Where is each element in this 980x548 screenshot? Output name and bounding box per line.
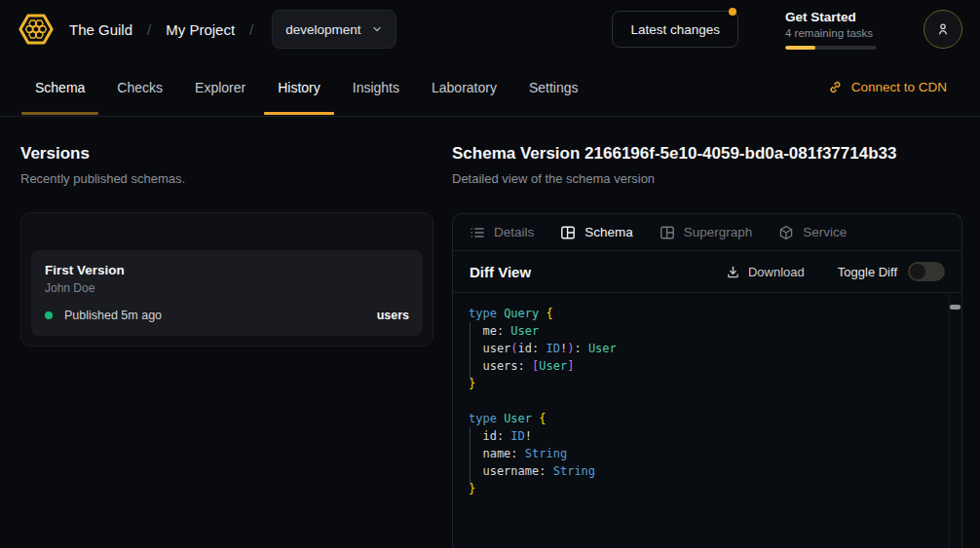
versions-subtitle: Recently published schemas. xyxy=(20,171,452,186)
nav-tab-history[interactable]: History xyxy=(264,58,334,116)
detail-panel-tabs: DetailsSchemaSupergraphService xyxy=(453,214,961,251)
breadcrumb-separator: / xyxy=(249,21,253,38)
schema-code-viewer[interactable]: type Query { me: User user(id: ID!): Use… xyxy=(453,293,961,548)
schema-version-detail: Schema Version 2166196f-5e10-4059-bd0a-0… xyxy=(452,117,980,548)
schema-detail-panel: DetailsSchemaSupergraphService Diff View… xyxy=(452,213,962,548)
project-name[interactable]: My Project xyxy=(166,21,235,38)
code-line: users: [User] xyxy=(469,357,946,375)
code-line xyxy=(469,392,946,410)
get-started-progress-bar xyxy=(785,46,877,50)
toggle-knob xyxy=(910,264,925,279)
environment-dropdown[interactable]: development xyxy=(272,10,396,49)
version-author: John Doe xyxy=(45,281,409,295)
nav-tab-label: Settings xyxy=(529,80,579,95)
code-line: } xyxy=(469,480,946,497)
environment-dropdown-value: development xyxy=(285,22,360,37)
tab-underline xyxy=(21,112,98,115)
connect-to-cdn-button[interactable]: Connect to CDN xyxy=(828,58,962,116)
latest-changes-label: Latest changes xyxy=(630,22,720,37)
toggle-diff-label: Toggle Diff xyxy=(838,265,897,279)
diff-view-header: Diff View Download Toggle Diff xyxy=(453,251,961,293)
nav-tab-label: Schema xyxy=(35,80,85,95)
detail-tab-label: Service xyxy=(803,225,847,239)
nav-tab-laboratory[interactable]: Laboratory xyxy=(418,58,510,116)
get-started-widget[interactable]: Get Started 4 remaining tasks xyxy=(785,10,877,50)
chevron-down-icon xyxy=(371,23,383,35)
download-label: Download xyxy=(748,265,805,279)
nav-tab-label: Checks xyxy=(117,80,163,95)
org-name[interactable]: The Guild xyxy=(69,21,132,38)
main-content: Versions Recently published schemas. Fir… xyxy=(0,117,980,548)
user-avatar[interactable] xyxy=(923,10,962,49)
get-started-subtitle: 4 remaining tasks xyxy=(785,27,877,39)
nav-tab-schema[interactable]: Schema xyxy=(21,58,98,116)
detail-tab-schema[interactable]: Schema xyxy=(560,225,633,240)
top-bar: The Guild / My Project / development Lat… xyxy=(0,0,980,58)
nav-tab-label: Insights xyxy=(353,80,399,95)
connect-to-cdn-label: Connect to CDN xyxy=(851,80,947,94)
nav-tabs: SchemaChecksExplorerHistoryInsightsLabor… xyxy=(21,58,592,116)
version-list: First VersionJohn DoePublished 5m agouse… xyxy=(31,250,423,336)
columns-icon xyxy=(660,225,675,240)
code-line: user(id: ID!): User xyxy=(469,340,946,357)
versions-title: Versions xyxy=(20,144,452,164)
service-name-badge: users xyxy=(377,309,409,322)
scrollbar-thumb[interactable] xyxy=(950,305,961,310)
latest-changes-button[interactable]: Latest changes xyxy=(612,11,738,48)
version-status: Published 5m ago xyxy=(64,309,162,322)
schema-version-title: Schema Version 2166196f-5e10-4059-bd0a-0… xyxy=(452,144,962,164)
nav-tab-checks[interactable]: Checks xyxy=(103,58,176,116)
list-icon xyxy=(470,225,485,240)
get-started-title: Get Started xyxy=(785,10,877,24)
indent-guide xyxy=(470,427,471,486)
detail-tab-label: Supergraph xyxy=(684,225,753,239)
scrollbar-track xyxy=(949,293,961,548)
code-line: type User { xyxy=(469,410,946,427)
code-line: id: ID! xyxy=(469,427,946,445)
breadcrumb-separator: / xyxy=(147,21,151,38)
version-list-item[interactable]: First VersionJohn DoePublished 5m agouse… xyxy=(31,250,423,336)
top-bar-right: Latest changes Get Started 4 remaining t… xyxy=(612,10,962,50)
download-button[interactable]: Download xyxy=(720,264,810,280)
nav-tab-label: Explorer xyxy=(195,80,245,95)
cube-icon xyxy=(778,225,794,240)
nav-tab-label: History xyxy=(278,80,320,95)
progress-fill xyxy=(785,46,815,50)
code-line: type Query { xyxy=(469,305,946,322)
target-nav: SchemaChecksExplorerHistoryInsightsLabor… xyxy=(0,58,980,117)
notification-dot xyxy=(729,8,736,16)
version-meta-row: Published 5m agousers xyxy=(45,309,409,322)
nav-tab-insights[interactable]: Insights xyxy=(339,58,413,116)
version-name: First Version xyxy=(45,263,409,277)
versions-card: First VersionJohn DoePublished 5m agouse… xyxy=(20,212,433,347)
nav-tab-explorer[interactable]: Explorer xyxy=(181,58,259,116)
detail-tab-label: Details xyxy=(494,225,534,239)
code-line: username: String xyxy=(469,462,946,480)
person-icon xyxy=(935,21,951,37)
code-line: me: User xyxy=(469,322,946,340)
detail-tab-details[interactable]: Details xyxy=(470,225,534,240)
versions-sidebar: Versions Recently published schemas. Fir… xyxy=(0,117,452,548)
detail-tab-service[interactable]: Service xyxy=(778,225,847,240)
link-icon xyxy=(828,80,843,94)
download-icon xyxy=(726,265,740,279)
published-status-dot xyxy=(45,311,53,319)
diff-view-title: Diff View xyxy=(470,264,531,280)
code-line: } xyxy=(469,375,946,392)
code-line: name: String xyxy=(469,445,946,462)
nav-tab-label: Laboratory xyxy=(432,80,497,95)
breadcrumb: The Guild / My Project / development xyxy=(18,10,396,49)
nav-tab-settings[interactable]: Settings xyxy=(515,58,592,116)
detail-tab-label: Schema xyxy=(584,225,633,239)
diff-view-actions: Download Toggle Diff xyxy=(720,262,945,281)
columns-icon xyxy=(560,225,576,240)
schema-version-subtitle: Detailed view of the schema version xyxy=(452,171,962,186)
indent-guide xyxy=(470,322,471,381)
detail-tab-supergraph[interactable]: Supergraph xyxy=(660,225,753,240)
tab-underline xyxy=(264,112,334,115)
hive-logo-icon xyxy=(18,11,55,48)
toggle-diff-switch[interactable] xyxy=(908,262,945,281)
